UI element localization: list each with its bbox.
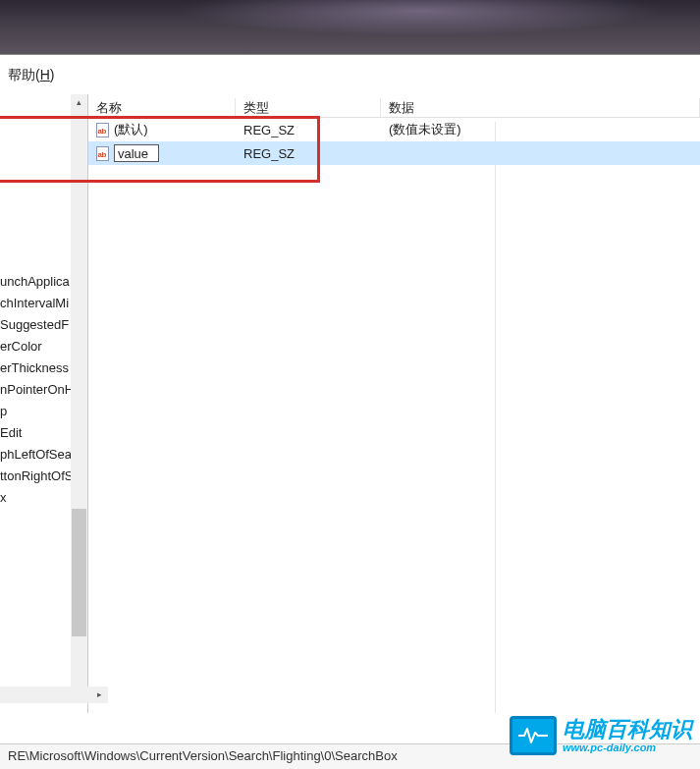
name-edit-input[interactable]: value [114,144,159,162]
cell-data: (数值未设置) [381,121,700,138]
statusbar-path: RE\Microsoft\Windows\CurrentVersion\Sear… [8,748,398,763]
cell-type: REG_SZ [236,123,381,137]
tree-horizontal-scrollbar[interactable]: ▸ [0,687,108,703]
column-header-type[interactable]: 类型 [236,98,381,117]
window-header-bg [0,0,700,55]
tree-vertical-scrollbar[interactable]: ▴ [71,94,87,693]
table-row[interactable]: ab value REG_SZ [88,141,700,165]
tree-pane[interactable]: unchApplica chIntervalMi SuggestedF erCo… [0,94,88,713]
scroll-thumb[interactable] [72,509,86,636]
cell-type: REG_SZ [236,146,381,161]
statusbar: RE\Microsoft\Windows\CurrentVersion\Sear… [0,743,700,769]
scroll-up-icon[interactable]: ▴ [71,94,87,111]
column-divider [495,122,496,713]
reg-sz-icon: ab [94,122,110,137]
column-header-data[interactable]: 数据 [381,98,700,117]
menu-help[interactable]: 帮助(H) [8,67,54,82]
content-area: unchApplica chIntervalMi SuggestedF erCo… [0,94,700,713]
menubar: 帮助(H) [0,55,700,94]
column-header-name[interactable]: 名称 [88,98,236,117]
scroll-right-icon[interactable]: ▸ [91,687,108,703]
column-headers: 名称 类型 数据 [88,94,700,118]
list-pane[interactable]: 名称 类型 数据 ab (默认) REG_SZ (数值未设置) ab value… [88,94,700,713]
table-row[interactable]: ab (默认) REG_SZ (数值未设置) [88,118,700,141]
reg-sz-icon: ab [94,145,110,161]
cell-name: (默认) [114,121,148,138]
rows-container: ab (默认) REG_SZ (数值未设置) ab value REG_SZ [88,118,700,165]
